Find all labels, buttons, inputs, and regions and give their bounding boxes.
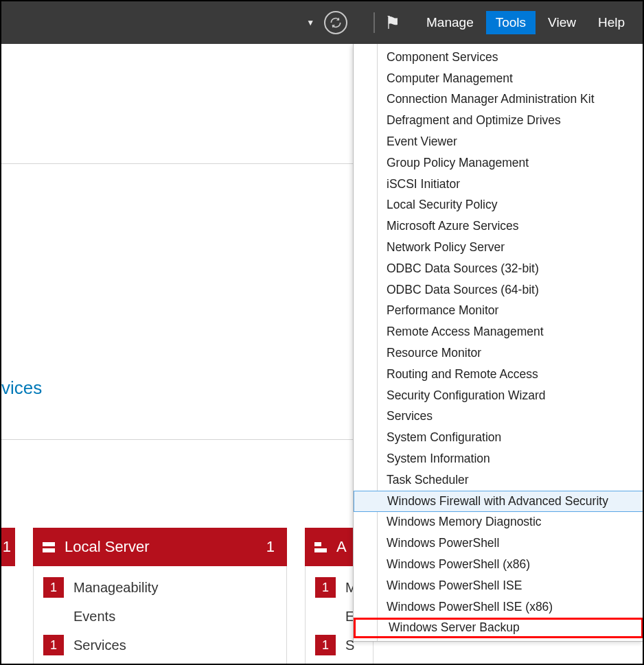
tile-count: 1 <box>3 538 11 556</box>
tools-menu-item[interactable]: Windows PowerShell (x86) <box>354 554 643 575</box>
tile-header[interactable]: 1 <box>1 528 15 566</box>
tools-menu-item[interactable]: Task Scheduler <box>354 469 643 491</box>
tile-title: A <box>336 538 347 556</box>
menu-tools[interactable]: Tools <box>486 11 536 34</box>
tile-fragment-left: 1 <box>1 528 15 665</box>
tools-menu-item[interactable]: Windows Server Backup <box>354 618 643 639</box>
tools-menu-item[interactable]: Windows PowerShell ISE (x86) <box>354 596 643 618</box>
row-label: Events <box>73 609 115 625</box>
tiles-row: 1 Local Server 1 1Manageability Events 1… <box>1 528 373 665</box>
tools-menu-item[interactable]: System Information <box>354 448 643 469</box>
refresh-icon <box>329 16 343 30</box>
menu-view[interactable]: View <box>538 11 586 34</box>
tile-row-performance[interactable]: Performance <box>34 660 286 665</box>
tools-menu-item[interactable]: Remote Access Management <box>354 321 643 342</box>
tile-row-manageability[interactable]: 1Manageability <box>34 573 286 602</box>
servers-icon <box>314 542 327 552</box>
tile-local-server: Local Server 1 1Manageability Events 1Se… <box>33 528 287 665</box>
tools-menu-item[interactable]: Windows PowerShell ISE <box>354 575 643 596</box>
refresh-button[interactable] <box>324 11 347 34</box>
status-badge: 1 <box>43 635 64 655</box>
menu-help[interactable]: Help <box>588 11 634 34</box>
status-badge: 1 <box>43 577 64 598</box>
tile-title: Local Server <box>65 538 150 556</box>
tile-row[interactable]: P <box>306 660 373 665</box>
tools-menu-item[interactable]: Computer Management <box>354 68 643 89</box>
tile-body: 1Manageability Events 1Services Performa… <box>33 566 287 665</box>
tools-menu-item[interactable]: Group Policy Management <box>354 152 643 174</box>
tools-menu-item[interactable]: iSCSI Initiator <box>354 174 643 195</box>
tile-count: 1 <box>266 538 275 556</box>
status-badge: 1 <box>315 577 336 598</box>
section-divider <box>1 439 372 440</box>
toolbar-separator <box>373 12 375 33</box>
top-menubar: ▼ ⚑ Manage Tools View Help <box>1 1 643 44</box>
tools-menu-item[interactable]: ODBC Data Sources (32-bit) <box>354 258 643 279</box>
status-badge: 1 <box>315 635 336 655</box>
row-label: Services <box>73 638 126 653</box>
tools-menu-item[interactable]: System Configuration <box>354 427 643 448</box>
tools-menu-item[interactable]: Security Configuration Wizard <box>354 385 643 406</box>
status-badge <box>315 606 336 627</box>
tools-menu-item[interactable]: Connection Manager Administration Kit <box>354 89 643 110</box>
tools-menu-item[interactable]: Windows Memory Diagnostic <box>354 512 643 533</box>
tools-menu-item[interactable]: Windows Firewall with Advanced Security <box>354 491 643 512</box>
menu-manage[interactable]: Manage <box>417 11 483 34</box>
tools-menu-item[interactable]: Local Security Policy <box>354 195 643 216</box>
server-icon <box>43 542 55 552</box>
roles-link-fragment[interactable]: vices <box>1 377 42 399</box>
tools-menu-item[interactable]: Network Policy Server <box>354 237 643 258</box>
dropdown-caret-icon[interactable]: ▼ <box>303 15 317 30</box>
tools-menu-item[interactable]: Component Services <box>354 47 643 68</box>
tools-menu-item[interactable]: Event Viewer <box>354 131 643 152</box>
tools-menu-item[interactable]: Performance Monitor <box>354 301 643 322</box>
notifications-flag-icon[interactable]: ⚑ <box>384 12 400 34</box>
tile-row-events[interactable]: Events <box>34 602 286 631</box>
toolbar-left-group: ▼ <box>303 11 347 34</box>
tools-menu-item[interactable]: Defragment and Optimize Drives <box>354 110 643 131</box>
tile-row-services[interactable]: 1Services <box>34 631 286 660</box>
tools-menu-item[interactable]: ODBC Data Sources (64-bit) <box>354 279 643 301</box>
tile-header[interactable]: Local Server 1 <box>33 528 287 566</box>
row-label: Manageability <box>73 580 158 596</box>
tools-menu-item[interactable]: Windows PowerShell <box>354 533 643 554</box>
tools-menu-item[interactable]: Services <box>354 406 643 428</box>
section-divider <box>1 163 372 164</box>
tools-menu-item[interactable]: Microsoft Azure Services <box>354 215 643 237</box>
status-badge <box>43 606 64 627</box>
tools-dropdown-menu: Component ServicesComputer ManagementCon… <box>353 44 644 642</box>
tools-menu-item[interactable]: Routing and Remote Access <box>354 364 643 385</box>
tools-menu-item[interactable]: Resource Monitor <box>354 342 643 364</box>
